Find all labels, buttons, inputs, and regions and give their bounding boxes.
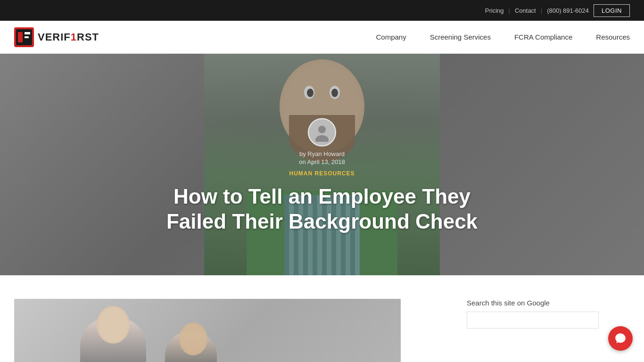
main-nav: VERIF1RST Company Screening Services FCR… [0,21,644,54]
search-label: Search this site on Google [467,299,599,307]
chat-bubble-button[interactable] [608,326,633,351]
nav-links: Company Screening Services FCRA Complian… [376,33,630,41]
logo[interactable]: VERIF1RST [14,27,99,47]
title-line-1: How to Tell an Employee They [173,185,471,208]
svg-rect-3 [25,32,30,34]
hero-content: by Ryan Howard on April 13, 2018 Human R… [143,118,501,234]
nav-company[interactable]: Company [376,33,406,41]
nav-fcra-compliance[interactable]: FCRA Compliance [514,33,572,41]
contact-link[interactable]: Contact [515,7,536,14]
separator-2: | [541,7,542,14]
pricing-link[interactable]: Pricing [485,7,504,14]
nav-screening-services[interactable]: Screening Services [430,33,491,41]
top-bar: Pricing | Contact | (800) 891-6024 LOGIN [0,0,644,21]
svg-point-6 [318,126,326,133]
search-input[interactable] [467,312,599,329]
article-title: How to Tell an Employee They Failed Thei… [143,184,501,234]
author-avatar [308,118,336,147]
hero-section: by Ryan Howard on April 13, 2018 Human R… [0,54,644,275]
author-by: by Ryan Howard [143,150,501,157]
logo-icon [14,27,34,47]
login-button[interactable]: LOGIN [594,4,630,17]
separator-1: | [509,7,510,14]
article-category[interactable]: Human Resources [143,170,501,177]
sidebar: Search this site on Google [467,299,599,362]
article-image [14,299,401,362]
svg-rect-2 [18,32,23,42]
svg-rect-4 [25,36,29,38]
chat-icon [614,332,627,345]
phone-number: (800) 891-6024 [547,7,589,14]
title-line-2: Failed Their Background Check [166,210,478,233]
nav-resources[interactable]: Resources [596,33,630,41]
main-content [14,299,448,362]
content-section: Search this site on Google [0,275,644,362]
author-date: on April 13, 2018 [143,158,501,165]
logo-text: VERIF1RST [38,31,99,43]
